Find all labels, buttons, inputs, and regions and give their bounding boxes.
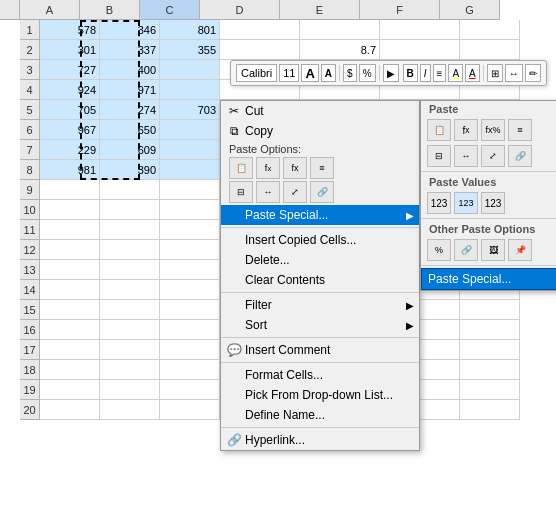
cut-menu-item[interactable]: ✂ Cut — [221, 101, 419, 121]
font-shrink-button[interactable]: A — [321, 64, 336, 82]
cell-C5[interactable]: 703 — [160, 100, 220, 120]
copy-menu-item[interactable]: ⧉ Copy — [221, 121, 419, 141]
cell-D2[interactable] — [220, 40, 300, 60]
cell-A9[interactable] — [40, 180, 100, 200]
sm-val-icon-3[interactable]: 123 — [481, 192, 505, 214]
cell-E2[interactable]: 8.7 — [300, 40, 380, 60]
cell-F1[interactable] — [380, 20, 460, 40]
font-family-select[interactable]: Calibri — [236, 64, 277, 82]
cell-A3[interactable]: 727 — [40, 60, 100, 80]
insert-copied-cells-item[interactable]: Insert Copied Cells... — [221, 230, 419, 250]
bold-button[interactable]: B — [403, 64, 418, 82]
paste-special-submenu-item[interactable]: Paste Special... — [421, 268, 556, 290]
cell-B3[interactable]: 400 — [100, 60, 160, 80]
hyperlink-item[interactable]: 🔗 Hyperlink... — [221, 430, 419, 450]
paste-icon-2[interactable]: fx — [256, 157, 280, 179]
cell-F2[interactable] — [380, 40, 460, 60]
row-header-15: 15 — [20, 300, 40, 320]
cell-C8[interactable] — [160, 160, 220, 180]
cell-A6[interactable]: 967 — [40, 120, 100, 140]
paste-icon-1[interactable]: 📋 — [229, 157, 253, 179]
cell-B5[interactable]: 274 — [100, 100, 160, 120]
clear-contents-item[interactable]: Clear Contents — [221, 270, 419, 290]
cell-A4[interactable]: 924 — [40, 80, 100, 100]
cell-B2[interactable]: 337 — [100, 40, 160, 60]
cell-A8[interactable]: 981 — [40, 160, 100, 180]
dollar-button[interactable]: $ — [343, 64, 357, 82]
paste-icon-3[interactable]: fx — [283, 157, 307, 179]
row-header-7: 7 — [20, 140, 40, 160]
col-header-G[interactable]: G — [440, 0, 500, 20]
cell-B4[interactable]: 971 — [100, 80, 160, 100]
cell-B7[interactable]: 609 — [100, 140, 160, 160]
cell-C7[interactable] — [160, 140, 220, 160]
pick-dropdown-item[interactable]: Pick From Drop-down List... — [221, 385, 419, 405]
paste-icon-6[interactable]: ↔ — [256, 181, 280, 203]
sort-item[interactable]: Sort ▶ — [221, 315, 419, 335]
italic-button[interactable]: I — [420, 64, 431, 82]
sm-other-icon-4[interactable]: 📌 — [508, 239, 532, 261]
sm-paste-icon-4[interactable]: ≡ — [508, 119, 532, 141]
sm-paste-icon-1[interactable]: 📋 — [427, 119, 451, 141]
highlight-button[interactable]: A — [448, 64, 463, 82]
cell-B8[interactable]: 390 — [100, 160, 160, 180]
cell-G1[interactable] — [460, 20, 520, 40]
paste-icon-4[interactable]: ≡ — [310, 157, 334, 179]
col-header-A[interactable]: A — [20, 0, 80, 20]
paste-icon-5[interactable]: ⊟ — [229, 181, 253, 203]
col-header-F[interactable]: F — [360, 0, 440, 20]
col-header-D[interactable]: D — [200, 0, 280, 20]
cell-C2[interactable]: 355 — [160, 40, 220, 60]
cell-A2[interactable]: 301 — [40, 40, 100, 60]
cell-A5[interactable]: 705 — [40, 100, 100, 120]
borders-button[interactable]: ⊞ — [487, 64, 503, 82]
paste-special-menu-item[interactable]: Paste Special... ▶ — [221, 205, 419, 225]
cell-C3[interactable] — [160, 60, 220, 80]
align-button[interactable]: ≡ — [433, 64, 447, 82]
sm-paste-icon-7[interactable]: ⤢ — [481, 145, 505, 167]
sm-paste-icon-3[interactable]: fx% — [481, 119, 505, 141]
sm-val-icon-2[interactable]: 123 — [454, 192, 478, 214]
col-header-E[interactable]: E — [280, 0, 360, 20]
merge-button[interactable]: ↔ — [505, 64, 523, 82]
paste-icon-8[interactable]: 🔗 — [310, 181, 334, 203]
filter-item[interactable]: Filter ▶ — [221, 295, 419, 315]
cell-D1[interactable] — [220, 20, 300, 40]
sm-other-icon-3[interactable]: 🖼 — [481, 239, 505, 261]
font-size-select[interactable]: 11 — [279, 64, 299, 82]
more-button[interactable]: ▶ — [383, 64, 399, 82]
font-grow-button[interactable]: A — [301, 64, 318, 82]
font-color-button[interactable]: A — [465, 64, 480, 82]
cell-C1[interactable]: 801 — [160, 20, 220, 40]
cell-A1[interactable]: 578 — [40, 20, 100, 40]
row-header-8: 8 — [20, 160, 40, 180]
row-header-9: 9 — [20, 180, 40, 200]
row-header-6: 6 — [20, 120, 40, 140]
sm-val-icon-1[interactable]: 123 — [427, 192, 451, 214]
format-button[interactable]: ✏ — [525, 64, 541, 82]
col-header-C[interactable]: C — [140, 0, 200, 20]
define-name-item[interactable]: Define Name... — [221, 405, 419, 425]
sm-paste-icon-5[interactable]: ⊟ — [427, 145, 451, 167]
hyperlink-icon: 🔗 — [226, 432, 242, 448]
delete-item[interactable]: Delete... — [221, 250, 419, 270]
paste-icon-7[interactable]: ⤢ — [283, 181, 307, 203]
format-cells-item[interactable]: Format Cells... — [221, 365, 419, 385]
sm-other-icon-2[interactable]: 🔗 — [454, 239, 478, 261]
row-header-11: 11 — [20, 220, 40, 240]
cell-B1[interactable]: 346 — [100, 20, 160, 40]
cell-G2[interactable] — [460, 40, 520, 60]
other-paste-row: % 🔗 🖼 📌 — [421, 237, 556, 263]
percent-button[interactable]: % — [359, 64, 376, 82]
cell-C6[interactable] — [160, 120, 220, 140]
insert-comment-item[interactable]: 💬 Insert Comment — [221, 340, 419, 360]
cell-B6[interactable]: 650 — [100, 120, 160, 140]
cell-A7[interactable]: 229 — [40, 140, 100, 160]
sm-paste-icon-8[interactable]: 🔗 — [508, 145, 532, 167]
col-header-B[interactable]: B — [80, 0, 140, 20]
sm-paste-icon-6[interactable]: ↔ — [454, 145, 478, 167]
sm-other-icon-1[interactable]: % — [427, 239, 451, 261]
cell-E1[interactable] — [300, 20, 380, 40]
cell-C4[interactable] — [160, 80, 220, 100]
sm-paste-icon-2[interactable]: fx — [454, 119, 478, 141]
